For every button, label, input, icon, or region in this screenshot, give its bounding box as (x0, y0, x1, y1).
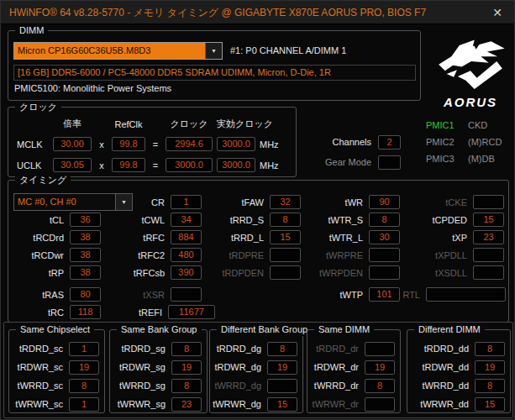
tWRWR_dd-label: tWRWR_dd (420, 399, 469, 409)
same-dimm-label: Same DIMM (314, 323, 374, 336)
pmic1-label: PMIC1 (426, 120, 468, 130)
uclk-multiplier-value: 30.05 (53, 158, 92, 172)
tRDWR_dg-label: tRDWR_dg (214, 362, 261, 372)
tXSR-label: tXSR (143, 290, 165, 300)
different-bank-group-group: Different Bank Group tRDRD_dg8 tRDWR_dg1… (209, 329, 303, 413)
tRCDwr-label: tRCDwr (32, 250, 65, 260)
tRDRD_sg-label: tRDRD_sg (121, 344, 166, 354)
dimm-group: DIMM Micron CP16G60C36U5B.M8D3 ▼ #1: P0 … (8, 30, 421, 101)
tRRD_L-label: tRRD_L (231, 233, 264, 243)
different-dimm-group: Different DIMM tRDRD_dd8 tRDWR_dd19 tWRR… (407, 329, 511, 413)
tRDWR_sc-label: tRDWR_sc (18, 362, 63, 372)
tWRWR_dr-label: tWRWR_dr (313, 399, 359, 409)
tRDPDEN-value (270, 265, 301, 280)
tWRRD_dd-label: tWRRD_dd (422, 381, 469, 391)
aorus-falcon-icon (430, 31, 511, 90)
timing-channel-select[interactable]: MC #0, CH #0 ▼ (13, 193, 133, 211)
different-dimm-label: Different DIMM (414, 323, 485, 336)
tCKE-label: tCKE (445, 197, 467, 207)
dimm-group-label: DIMM (15, 24, 48, 37)
tRDPDEN-label: tRDPDEN (222, 268, 264, 278)
timing-column-b: CR1 tCWL34 tRFC884 tRFC2480 tRFCsb390 tX… (118, 193, 202, 321)
channels-label: Channels (302, 137, 371, 147)
timing-column-c: tFAW32 tRRD_S8 tRRD_L15 tRDPRE tRDPDEN (217, 193, 301, 281)
tCL-value: 36 (70, 213, 101, 227)
tRDWR_sc-value: 19 (69, 360, 99, 375)
tRDWR_dd-value: 19 (475, 360, 505, 375)
same-bank-group-label: Same Bank Group (117, 323, 202, 336)
tRAS-value: 80 (70, 287, 101, 302)
tRDRD_sg-value: 8 (171, 342, 202, 356)
channels-row: Channels 2 (302, 134, 401, 150)
tRAS-label: tRAS (42, 290, 64, 300)
tRDRD_dd-value: 8 (475, 342, 505, 356)
tWTR_S-label: tWTR_S (328, 215, 363, 225)
clock-group-label: クロック (15, 101, 61, 113)
uclk-unit: MHz (260, 160, 285, 171)
RTL-label: RTL (402, 290, 420, 300)
mdb-label: (M)DB (468, 154, 502, 164)
RTL-value (426, 287, 506, 302)
tWRWR_sg-label: tWRWR_sg (118, 399, 166, 409)
tFAW-label: tFAW (242, 197, 264, 207)
dimm-pmic-info: PMIC5100: Monolithic Power Systems (14, 83, 171, 93)
clock-grid: 倍率 RefClk クロック 実効クロック MCLK 30.00 x 99.8 … (17, 118, 285, 172)
timing-column-a: tCL36 tRCDrd38 tRCDwr38 tRP38 tRAS80 tRC… (15, 211, 101, 321)
CR-value: 1 (171, 195, 202, 209)
turnaround-section: Same Chipselect tRDRD_sc1 tRDWR_sc19 tWR… (3, 322, 513, 418)
tWRPDEN-label: tWRPDEN (319, 268, 363, 278)
tRDRD_sc-value: 1 (69, 342, 99, 356)
equals-sign: = (150, 160, 161, 171)
tCL-label: tCL (50, 215, 64, 225)
tRDWR_dr-label: tRDWR_dr (314, 362, 359, 372)
tWRWR_dg-label: tWRWR_dg (213, 399, 261, 409)
tRFC2-label: tRFC2 (138, 250, 165, 260)
tCKE-value (473, 195, 504, 209)
times-sign: x (96, 160, 108, 171)
times-sign: x (96, 139, 108, 150)
CR-label: CR (151, 197, 165, 207)
close-icon[interactable]: ✕ (487, 3, 507, 22)
tWR-label: tWR (345, 197, 363, 207)
dropdown-arrow-icon[interactable]: ▼ (205, 43, 222, 59)
tWTR_L-value: 30 (369, 230, 400, 244)
timing-group: タイミング MC #0, CH #0 ▼ tCL36 tRCDrd38 tRCD… (8, 180, 509, 323)
dimm-module-info: [16 GB] DDR5-6000 / PC5-48000 DDR5 SDRAM… (13, 65, 416, 81)
tWRRD_sc-label: tWRRD_sc (18, 381, 63, 391)
mclk-refclk-value: 99.8 (112, 137, 145, 151)
pmic-panel: PMIC1 CKD PMIC2 (M)RCD PMIC3 (M)DB (426, 120, 502, 164)
tRDPRE-label: tRDPRE (229, 250, 264, 260)
tRP-label: tRP (49, 268, 64, 278)
clock-header-multiplier: 倍率 (53, 118, 92, 130)
clock-header-refclk: RefClk (112, 119, 145, 129)
tRC-label: tRC (48, 307, 64, 318)
tWTR_L-label: tWTR_L (329, 233, 363, 243)
tRDWR_dd-label: tRDWR_dd (422, 362, 469, 372)
uclk-label: UCLK (17, 160, 49, 171)
tRCDrd-label: tRCDrd (33, 233, 64, 243)
mclk-multiplier-value: 30.00 (53, 137, 92, 151)
tWRPDEN-value (369, 265, 400, 280)
tRRD_S-value: 8 (270, 213, 301, 227)
dimm-module-select[interactable]: Micron CP16G60C36U5B.M8D3 ▼ (13, 42, 223, 60)
tWRWR_sc-value: 1 (69, 397, 99, 412)
tWR-value: 90 (369, 195, 400, 209)
channels-value: 2 (378, 135, 401, 150)
tRDPRE-value (270, 248, 301, 262)
tRDRD_dd-label: tRDRD_dd (424, 344, 469, 354)
tXPDLL-value (473, 248, 504, 262)
tRFC-label: tRFC (143, 233, 165, 243)
tCWL-value: 34 (171, 213, 202, 227)
tXSDLL-value (473, 265, 504, 280)
tWRWR_dd-value: 15 (475, 397, 505, 412)
tRFC-value: 884 (171, 230, 202, 244)
rtl-row: RTL (378, 286, 506, 303)
tRDWR_sg-value: 19 (171, 360, 202, 375)
tWTR_S-value: 8 (369, 213, 400, 227)
gear-mode-label: Gear Mode (302, 157, 371, 167)
different-bank-group-label: Different Bank Group (217, 323, 312, 336)
mrcd-label: (M)RCD (468, 137, 502, 147)
gear-mode-value (378, 155, 401, 170)
tXSDLL-label: tXSDLL (435, 268, 467, 278)
same-chipselect-group: Same Chipselect tRDRD_sc1 tRDWR_sc19 tWR… (8, 329, 105, 413)
